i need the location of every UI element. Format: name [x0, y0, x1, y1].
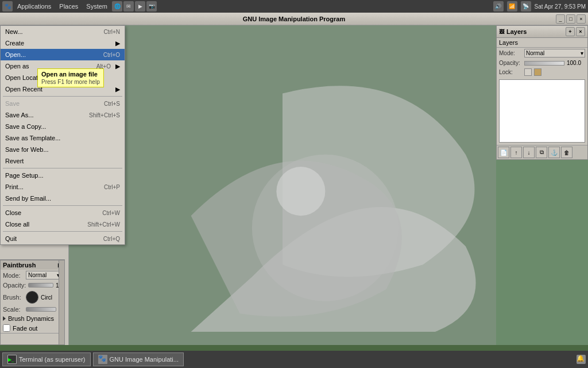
menu-print-label: Print...	[5, 183, 104, 190]
menu-open-recent[interactable]: Open Recent ▶	[1, 83, 125, 95]
minimize-button[interactable]: _	[556, 14, 565, 24]
layers-menubar: Layers	[497, 38, 587, 48]
duplicate-layer-button[interactable]: ⧉	[536, 147, 547, 158]
svg-point-0	[252, 155, 399, 301]
maximize-button[interactable]: □	[566, 14, 575, 24]
menu-save-shortcut: Ctrl+S	[104, 101, 120, 107]
fade-out-row: Fade out	[1, 323, 64, 333]
browser-icon[interactable]: 🌐	[112, 1, 122, 12]
lock-pixels-checkbox[interactable]	[524, 68, 532, 76]
menu-new[interactable]: New... Ctrl+N	[1, 26, 125, 37]
volume-icon[interactable]: 🔊	[493, 1, 504, 12]
menu-open[interactable]: Open... Ctrl+O	[1, 49, 125, 60]
menu-page-setup[interactable]: Page Setup...	[1, 170, 125, 181]
file-dropdown-menu: New... Ctrl+N Create ▶ Open... Ctrl+O Op…	[0, 25, 125, 245]
anchor-layer-button[interactable]: ⚓	[548, 147, 560, 158]
separator-1	[3, 96, 122, 97]
fade-out-checkbox[interactable]	[3, 324, 10, 332]
brush-dynamics-label: Brush Dynamics	[8, 315, 54, 322]
lower-layer-button[interactable]: ↓	[523, 147, 535, 158]
menu-open-as-shortcut: Alt+O	[96, 63, 111, 70]
layers-toolbar: 📄 ↑ ↓ ⧉ ⚓ 🗑	[497, 145, 587, 159]
separator-3	[3, 205, 122, 206]
gimp-taskbar-icon: 🐾	[98, 355, 107, 364]
network-icon[interactable]: 📶	[507, 1, 517, 12]
menu-open-location-label: Open Location...	[5, 74, 120, 81]
fade-out-label: Fade out	[13, 325, 37, 332]
terminal-taskbar-icon: ▶_	[7, 355, 17, 364]
media-icon[interactable]: ▶	[135, 1, 145, 12]
mode-dropdown[interactable]: Normal ▾	[26, 271, 62, 279]
brush-label: Brush:	[3, 294, 24, 301]
mode-label: Mode:	[3, 272, 24, 279]
separator-2	[3, 168, 122, 168]
applications-menu[interactable]: Applications	[14, 2, 55, 10]
menu-new-shortcut: Ctrl+N	[103, 29, 120, 35]
brush-dynamics-row[interactable]: Brush Dynamics	[1, 314, 64, 323]
paintbrush-scrollbar[interactable]	[59, 260, 64, 344]
gimp-taskbar-button[interactable]: 🐾 GNU Image Manipulati...	[93, 352, 184, 366]
menu-save-copy-label: Save a Copy...	[5, 123, 120, 130]
menu-close[interactable]: Close Ctrl+W	[1, 207, 125, 218]
layers-title: Layers	[506, 28, 527, 35]
menu-create-label: Create	[5, 40, 113, 47]
layers-mode-dropdown[interactable]: Normal ▾	[524, 49, 585, 57]
mail-icon[interactable]: ✉	[123, 1, 134, 12]
raise-layer-button[interactable]: ↑	[510, 147, 522, 158]
menu-close-all[interactable]: Close all Shift+Ctrl+W	[1, 218, 125, 230]
taskbar-notification-icon[interactable]: 🔔	[577, 355, 586, 364]
menu-save-template-label: Save as Template...	[5, 135, 120, 141]
menu-revert[interactable]: Revert	[1, 155, 125, 167]
lock-alpha-checkbox[interactable]	[534, 68, 541, 76]
layers-add-button[interactable]: +	[566, 27, 575, 36]
menu-save-copy[interactable]: Save a Copy...	[1, 121, 125, 132]
separator-4	[3, 231, 122, 232]
gimp-title: GNU Image Manipulation Program	[243, 16, 345, 22]
menu-open-location[interactable]: Open Location...	[1, 72, 125, 83]
layers-panel-icon: 🖼	[499, 29, 504, 34]
menu-save-as[interactable]: Save As... Shift+Ctrl+S	[1, 109, 125, 121]
layers-titlebar: 🖼 Layers + ×	[497, 26, 587, 38]
layers-opacity-label: Opacity:	[499, 60, 522, 66]
brush-preview[interactable]	[26, 291, 38, 304]
layers-close-button[interactable]: ×	[576, 27, 585, 36]
svg-point-1	[276, 167, 325, 216]
menu-quit[interactable]: Quit Ctrl+Q	[1, 233, 125, 244]
menu-create[interactable]: Create ▶	[1, 37, 125, 49]
mode-row: Mode: Normal ▾	[1, 270, 64, 281]
places-menu[interactable]: Places	[56, 2, 82, 10]
layers-menu-item[interactable]: Layers	[499, 39, 518, 46]
opacity-slider[interactable]	[28, 283, 53, 288]
terminal-taskbar-button[interactable]: ▶_ Terminal (as superuser)	[2, 352, 91, 366]
menu-save-template[interactable]: Save as Template...	[1, 132, 125, 144]
scale-slider[interactable]	[26, 307, 56, 312]
menu-open-shortcut: Ctrl+O	[103, 52, 120, 58]
layers-opacity-slider[interactable]	[524, 61, 564, 66]
layers-mode-row: Mode: Normal ▾	[497, 48, 587, 59]
menu-print[interactable]: Print... Ctrl+P	[1, 181, 125, 193]
scale-row: Scale: 1	[1, 305, 64, 314]
menu-close-all-label: Close all	[5, 221, 87, 228]
signal-icon[interactable]: 📡	[521, 1, 531, 12]
layers-lock-label: Lock:	[499, 69, 522, 75]
menu-save-web-label: Save for Web...	[5, 146, 120, 153]
menu-save: Save Ctrl+S	[1, 98, 125, 109]
layers-mode-label: Mode:	[499, 50, 522, 56]
menu-open-as[interactable]: Open as Alt+O ▶	[1, 60, 125, 72]
taskbar: ▶_ Terminal (as superuser) 🐾 GNU Image M…	[0, 351, 588, 368]
paintbrush-header: Paintbrush ⊞	[1, 260, 64, 270]
close-button[interactable]: ×	[577, 14, 586, 24]
menu-send-email-label: Send by Email...	[5, 195, 120, 202]
menu-save-web[interactable]: Save for Web...	[1, 144, 125, 155]
system-menu[interactable]: System	[83, 2, 111, 10]
menu-quit-shortcut: Ctrl+Q	[103, 236, 120, 242]
menu-page-setup-label: Page Setup...	[5, 172, 120, 179]
menu-open-recent-arrow-icon: ▶	[115, 86, 120, 93]
delete-layer-button[interactable]: 🗑	[561, 147, 572, 158]
scale-label: Scale:	[3, 306, 24, 313]
menu-save-as-shortcut: Shift+Ctrl+S	[89, 112, 120, 118]
canvas-area	[69, 25, 496, 345]
new-layer-button[interactable]: 📄	[498, 147, 509, 158]
screenshot-icon[interactable]: 📷	[146, 1, 157, 12]
menu-send-email[interactable]: Send by Email...	[1, 193, 125, 204]
